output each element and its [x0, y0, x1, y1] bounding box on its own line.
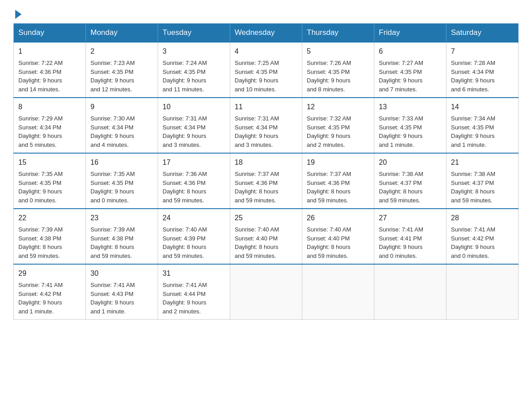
day-info: Sunrise: 7:25 AMSunset: 4:35 PMDaylight:… — [235, 59, 297, 94]
day-info: Sunrise: 7:29 AMSunset: 4:34 PMDaylight:… — [18, 114, 81, 149]
day-info: Sunrise: 7:27 AMSunset: 4:35 PMDaylight:… — [379, 59, 442, 94]
calendar-cell: 9Sunrise: 7:30 AMSunset: 4:34 PMDaylight… — [86, 98, 158, 153]
calendar-week-row: 29Sunrise: 7:41 AMSunset: 4:42 PMDayligh… — [14, 264, 519, 320]
calendar-cell: 8Sunrise: 7:29 AMSunset: 4:34 PMDaylight… — [14, 98, 86, 153]
calendar-cell: 3Sunrise: 7:24 AMSunset: 4:35 PMDaylight… — [158, 42, 230, 98]
calendar-header-row: SundayMondayTuesdayWednesdayThursdayFrid… — [14, 24, 519, 43]
day-number: 4 — [235, 46, 297, 57]
day-info: Sunrise: 7:35 AMSunset: 4:35 PMDaylight:… — [18, 170, 81, 205]
day-info: Sunrise: 7:23 AMSunset: 4:35 PMDaylight:… — [90, 59, 153, 94]
header-day-tuesday: Tuesday — [158, 24, 230, 43]
day-number: 10 — [163, 102, 225, 112]
header-day-monday: Monday — [86, 24, 158, 43]
day-number: 16 — [90, 157, 153, 168]
day-info: Sunrise: 7:35 AMSunset: 4:35 PMDaylight:… — [90, 170, 153, 205]
day-info: Sunrise: 7:39 AMSunset: 4:38 PMDaylight:… — [18, 225, 81, 260]
day-info: Sunrise: 7:30 AMSunset: 4:34 PMDaylight:… — [90, 114, 153, 149]
calendar-cell — [374, 264, 446, 320]
calendar-week-row: 8Sunrise: 7:29 AMSunset: 4:34 PMDaylight… — [14, 98, 519, 153]
day-number: 19 — [307, 157, 369, 168]
day-number: 13 — [379, 102, 442, 112]
calendar-cell: 10Sunrise: 7:31 AMSunset: 4:34 PMDayligh… — [158, 98, 230, 153]
calendar-cell: 14Sunrise: 7:34 AMSunset: 4:35 PMDayligh… — [446, 98, 519, 153]
logo — [13, 9, 21, 19]
day-number: 24 — [163, 213, 225, 223]
calendar-cell: 15Sunrise: 7:35 AMSunset: 4:35 PMDayligh… — [14, 153, 86, 209]
calendar-cell: 22Sunrise: 7:39 AMSunset: 4:38 PMDayligh… — [14, 209, 86, 264]
day-number: 2 — [90, 46, 153, 57]
calendar-cell: 26Sunrise: 7:40 AMSunset: 4:40 PMDayligh… — [302, 209, 374, 264]
day-info: Sunrise: 7:22 AMSunset: 4:36 PMDaylight:… — [18, 59, 81, 94]
day-info: Sunrise: 7:41 AMSunset: 4:42 PMDaylight:… — [18, 281, 81, 316]
day-number: 25 — [235, 213, 297, 223]
calendar-cell — [230, 264, 302, 320]
day-number: 29 — [18, 268, 81, 279]
day-info: Sunrise: 7:40 AMSunset: 4:40 PMDaylight:… — [307, 225, 369, 260]
day-info: Sunrise: 7:41 AMSunset: 4:42 PMDaylight:… — [451, 225, 514, 260]
calendar-cell: 29Sunrise: 7:41 AMSunset: 4:42 PMDayligh… — [14, 264, 86, 320]
day-number: 12 — [307, 102, 369, 112]
calendar-cell: 6Sunrise: 7:27 AMSunset: 4:35 PMDaylight… — [374, 42, 446, 98]
day-info: Sunrise: 7:26 AMSunset: 4:35 PMDaylight:… — [307, 59, 369, 94]
calendar-cell: 30Sunrise: 7:41 AMSunset: 4:43 PMDayligh… — [86, 264, 158, 320]
calendar-cell: 12Sunrise: 7:32 AMSunset: 4:35 PMDayligh… — [302, 98, 374, 153]
day-info: Sunrise: 7:37 AMSunset: 4:36 PMDaylight:… — [235, 170, 297, 205]
calendar-cell: 1Sunrise: 7:22 AMSunset: 4:36 PMDaylight… — [14, 42, 86, 98]
day-info: Sunrise: 7:41 AMSunset: 4:43 PMDaylight:… — [90, 281, 153, 316]
calendar-cell: 20Sunrise: 7:38 AMSunset: 4:37 PMDayligh… — [374, 153, 446, 209]
calendar-cell: 23Sunrise: 7:39 AMSunset: 4:38 PMDayligh… — [86, 209, 158, 264]
day-info: Sunrise: 7:40 AMSunset: 4:40 PMDaylight:… — [235, 225, 297, 260]
day-number: 3 — [163, 46, 225, 57]
day-number: 22 — [18, 213, 81, 223]
header-day-thursday: Thursday — [302, 24, 374, 43]
calendar-cell — [446, 264, 519, 320]
day-info: Sunrise: 7:41 AMSunset: 4:41 PMDaylight:… — [379, 225, 442, 260]
day-number: 30 — [90, 268, 153, 279]
day-info: Sunrise: 7:32 AMSunset: 4:35 PMDaylight:… — [307, 114, 369, 149]
day-info: Sunrise: 7:31 AMSunset: 4:34 PMDaylight:… — [235, 114, 297, 149]
day-info: Sunrise: 7:33 AMSunset: 4:35 PMDaylight:… — [379, 114, 442, 149]
day-info: Sunrise: 7:38 AMSunset: 4:37 PMDaylight:… — [379, 170, 442, 205]
day-info: Sunrise: 7:34 AMSunset: 4:35 PMDaylight:… — [451, 114, 514, 149]
day-info: Sunrise: 7:28 AMSunset: 4:34 PMDaylight:… — [451, 59, 514, 94]
calendar-cell: 21Sunrise: 7:38 AMSunset: 4:37 PMDayligh… — [446, 153, 519, 209]
header-day-wednesday: Wednesday — [230, 24, 302, 43]
calendar-cell: 2Sunrise: 7:23 AMSunset: 4:35 PMDaylight… — [86, 42, 158, 98]
day-number: 5 — [307, 46, 369, 57]
calendar-week-row: 22Sunrise: 7:39 AMSunset: 4:38 PMDayligh… — [14, 209, 519, 264]
day-number: 31 — [163, 268, 225, 279]
day-info: Sunrise: 7:41 AMSunset: 4:44 PMDaylight:… — [163, 281, 225, 316]
calendar-cell: 17Sunrise: 7:36 AMSunset: 4:36 PMDayligh… — [158, 153, 230, 209]
day-number: 26 — [307, 213, 369, 223]
day-number: 15 — [18, 157, 81, 168]
header-day-friday: Friday — [374, 24, 446, 43]
calendar-cell: 5Sunrise: 7:26 AMSunset: 4:35 PMDaylight… — [302, 42, 374, 98]
calendar-cell: 27Sunrise: 7:41 AMSunset: 4:41 PMDayligh… — [374, 209, 446, 264]
day-number: 8 — [18, 102, 81, 112]
calendar-cell: 7Sunrise: 7:28 AMSunset: 4:34 PMDaylight… — [446, 42, 519, 98]
calendar-cell: 31Sunrise: 7:41 AMSunset: 4:44 PMDayligh… — [158, 264, 230, 320]
day-number: 17 — [163, 157, 225, 168]
day-info: Sunrise: 7:37 AMSunset: 4:36 PMDaylight:… — [307, 170, 369, 205]
calendar-cell: 28Sunrise: 7:41 AMSunset: 4:42 PMDayligh… — [446, 209, 519, 264]
day-info: Sunrise: 7:31 AMSunset: 4:34 PMDaylight:… — [163, 114, 225, 149]
header-day-sunday: Sunday — [14, 24, 86, 43]
calendar-cell: 19Sunrise: 7:37 AMSunset: 4:36 PMDayligh… — [302, 153, 374, 209]
day-info: Sunrise: 7:40 AMSunset: 4:39 PMDaylight:… — [163, 225, 225, 260]
day-number: 23 — [90, 213, 153, 223]
calendar-cell — [302, 264, 374, 320]
calendar-cell: 11Sunrise: 7:31 AMSunset: 4:34 PMDayligh… — [230, 98, 302, 153]
day-info: Sunrise: 7:39 AMSunset: 4:38 PMDaylight:… — [90, 225, 153, 260]
calendar-week-row: 1Sunrise: 7:22 AMSunset: 4:36 PMDaylight… — [14, 42, 519, 98]
day-number: 6 — [379, 46, 442, 57]
calendar-table: SundayMondayTuesdayWednesdayThursdayFrid… — [13, 23, 519, 320]
logo-arrow-icon — [13, 9, 21, 19]
day-number: 18 — [235, 157, 297, 168]
calendar-cell: 16Sunrise: 7:35 AMSunset: 4:35 PMDayligh… — [86, 153, 158, 209]
page-header — [13, 9, 519, 19]
day-info: Sunrise: 7:24 AMSunset: 4:35 PMDaylight:… — [163, 59, 225, 94]
calendar-week-row: 15Sunrise: 7:35 AMSunset: 4:35 PMDayligh… — [14, 153, 519, 209]
header-day-saturday: Saturday — [446, 24, 519, 43]
calendar-cell: 13Sunrise: 7:33 AMSunset: 4:35 PMDayligh… — [374, 98, 446, 153]
day-info: Sunrise: 7:36 AMSunset: 4:36 PMDaylight:… — [163, 170, 225, 205]
